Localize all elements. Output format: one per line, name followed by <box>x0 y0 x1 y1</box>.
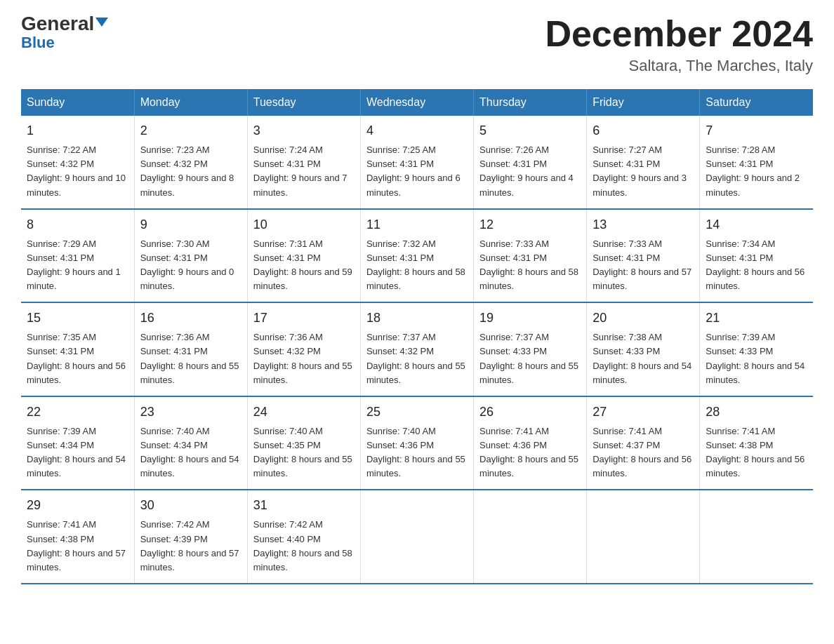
title-area: December 2024 Saltara, The Marches, Ital… <box>545 14 813 75</box>
calendar-cell: 26 Sunrise: 7:41 AMSunset: 4:36 PMDaylig… <box>474 396 587 490</box>
day-number: 7 <box>706 121 807 140</box>
day-of-week-header: Monday <box>134 89 247 116</box>
day-info: Sunrise: 7:42 AMSunset: 4:39 PMDaylight:… <box>140 518 241 575</box>
calendar-cell: 24 Sunrise: 7:40 AMSunset: 4:35 PMDaylig… <box>247 396 360 490</box>
day-info: Sunrise: 7:22 AMSunset: 4:32 PMDaylight:… <box>27 143 128 200</box>
day-of-week-header: Sunday <box>21 89 134 116</box>
calendar-cell: 10 Sunrise: 7:31 AMSunset: 4:31 PMDaylig… <box>247 209 360 303</box>
day-number: 24 <box>253 403 355 422</box>
calendar-week-row: 29 Sunrise: 7:41 AMSunset: 4:38 PMDaylig… <box>21 490 813 584</box>
day-number: 30 <box>140 496 241 515</box>
calendar-cell: 23 Sunrise: 7:40 AMSunset: 4:34 PMDaylig… <box>134 396 247 490</box>
day-number: 16 <box>140 309 241 328</box>
calendar-cell: 18 Sunrise: 7:37 AMSunset: 4:32 PMDaylig… <box>360 302 473 396</box>
day-info: Sunrise: 7:33 AMSunset: 4:31 PMDaylight:… <box>593 237 694 294</box>
calendar-header: SundayMondayTuesdayWednesdayThursdayFrid… <box>21 89 813 116</box>
calendar-cell: 25 Sunrise: 7:40 AMSunset: 4:36 PMDaylig… <box>360 396 473 490</box>
day-of-week-header: Saturday <box>700 89 813 116</box>
logo-blue: Blue <box>21 35 108 51</box>
logo-triangle-icon <box>95 18 108 27</box>
day-info: Sunrise: 7:33 AMSunset: 4:31 PMDaylight:… <box>479 237 581 294</box>
calendar-cell: 20 Sunrise: 7:38 AMSunset: 4:33 PMDaylig… <box>587 302 700 396</box>
logo-name: General <box>21 14 108 34</box>
day-info: Sunrise: 7:37 AMSunset: 4:32 PMDaylight:… <box>366 330 468 387</box>
day-number: 17 <box>253 309 355 328</box>
calendar-cell: 30 Sunrise: 7:42 AMSunset: 4:39 PMDaylig… <box>134 490 247 584</box>
calendar-cell <box>587 490 700 584</box>
day-number: 22 <box>27 403 128 422</box>
calendar-cell: 13 Sunrise: 7:33 AMSunset: 4:31 PMDaylig… <box>587 209 700 303</box>
calendar-cell: 11 Sunrise: 7:32 AMSunset: 4:31 PMDaylig… <box>360 209 473 303</box>
day-of-week-header: Thursday <box>474 89 587 116</box>
calendar-cell: 9 Sunrise: 7:30 AMSunset: 4:31 PMDayligh… <box>134 209 247 303</box>
day-number: 29 <box>27 496 128 515</box>
day-number: 19 <box>479 309 581 328</box>
calendar-body: 1 Sunrise: 7:22 AMSunset: 4:32 PMDayligh… <box>21 116 813 584</box>
day-info: Sunrise: 7:40 AMSunset: 4:35 PMDaylight:… <box>253 424 355 481</box>
day-info: Sunrise: 7:37 AMSunset: 4:33 PMDaylight:… <box>479 330 581 387</box>
calendar-cell: 2 Sunrise: 7:23 AMSunset: 4:32 PMDayligh… <box>134 116 247 209</box>
day-info: Sunrise: 7:28 AMSunset: 4:31 PMDaylight:… <box>706 143 807 200</box>
day-info: Sunrise: 7:32 AMSunset: 4:31 PMDaylight:… <box>366 237 468 294</box>
day-info: Sunrise: 7:29 AMSunset: 4:31 PMDaylight:… <box>27 237 128 294</box>
day-number: 21 <box>706 309 807 328</box>
day-info: Sunrise: 7:26 AMSunset: 4:31 PMDaylight:… <box>479 143 581 200</box>
calendar-cell: 29 Sunrise: 7:41 AMSunset: 4:38 PMDaylig… <box>21 490 134 584</box>
day-info: Sunrise: 7:30 AMSunset: 4:31 PMDaylight:… <box>140 237 241 294</box>
calendar-cell: 15 Sunrise: 7:35 AMSunset: 4:31 PMDaylig… <box>21 302 134 396</box>
calendar-cell: 7 Sunrise: 7:28 AMSunset: 4:31 PMDayligh… <box>700 116 813 209</box>
day-info: Sunrise: 7:25 AMSunset: 4:31 PMDaylight:… <box>366 143 468 200</box>
day-number: 8 <box>27 215 128 234</box>
day-info: Sunrise: 7:40 AMSunset: 4:34 PMDaylight:… <box>140 424 241 481</box>
day-info: Sunrise: 7:40 AMSunset: 4:36 PMDaylight:… <box>366 424 468 481</box>
day-number: 25 <box>366 403 468 422</box>
day-info: Sunrise: 7:27 AMSunset: 4:31 PMDaylight:… <box>593 143 694 200</box>
calendar-week-row: 22 Sunrise: 7:39 AMSunset: 4:34 PMDaylig… <box>21 396 813 490</box>
day-number: 3 <box>253 121 355 140</box>
day-number: 13 <box>593 215 694 234</box>
day-number: 12 <box>479 215 581 234</box>
day-number: 28 <box>706 403 807 422</box>
day-info: Sunrise: 7:41 AMSunset: 4:38 PMDaylight:… <box>27 518 128 575</box>
month-title: December 2024 <box>545 14 813 54</box>
day-number: 20 <box>593 309 694 328</box>
day-of-week-header: Friday <box>587 89 700 116</box>
calendar-cell: 28 Sunrise: 7:41 AMSunset: 4:38 PMDaylig… <box>700 396 813 490</box>
day-info: Sunrise: 7:35 AMSunset: 4:31 PMDaylight:… <box>27 330 128 387</box>
day-number: 10 <box>253 215 355 234</box>
page-header: General Blue December 2024 Saltara, The … <box>21 14 813 75</box>
calendar-cell <box>474 490 587 584</box>
day-number: 26 <box>479 403 581 422</box>
calendar-cell: 4 Sunrise: 7:25 AMSunset: 4:31 PMDayligh… <box>360 116 473 209</box>
day-info: Sunrise: 7:31 AMSunset: 4:31 PMDaylight:… <box>253 237 355 294</box>
day-number: 31 <box>253 496 355 515</box>
day-number: 27 <box>593 403 694 422</box>
day-info: Sunrise: 7:36 AMSunset: 4:32 PMDaylight:… <box>253 330 355 387</box>
day-info: Sunrise: 7:41 AMSunset: 4:38 PMDaylight:… <box>706 424 807 481</box>
calendar-table: SundayMondayTuesdayWednesdayThursdayFrid… <box>21 89 813 584</box>
calendar-cell: 21 Sunrise: 7:39 AMSunset: 4:33 PMDaylig… <box>700 302 813 396</box>
day-info: Sunrise: 7:23 AMSunset: 4:32 PMDaylight:… <box>140 143 241 200</box>
calendar-week-row: 8 Sunrise: 7:29 AMSunset: 4:31 PMDayligh… <box>21 209 813 303</box>
calendar-cell: 27 Sunrise: 7:41 AMSunset: 4:37 PMDaylig… <box>587 396 700 490</box>
day-info: Sunrise: 7:42 AMSunset: 4:40 PMDaylight:… <box>253 518 355 575</box>
day-number: 14 <box>706 215 807 234</box>
day-number: 9 <box>140 215 241 234</box>
calendar-cell: 6 Sunrise: 7:27 AMSunset: 4:31 PMDayligh… <box>587 116 700 209</box>
day-info: Sunrise: 7:34 AMSunset: 4:31 PMDaylight:… <box>706 237 807 294</box>
calendar-cell: 5 Sunrise: 7:26 AMSunset: 4:31 PMDayligh… <box>474 116 587 209</box>
day-number: 15 <box>27 309 128 328</box>
calendar-cell <box>360 490 473 584</box>
day-number: 18 <box>366 309 468 328</box>
calendar-cell: 8 Sunrise: 7:29 AMSunset: 4:31 PMDayligh… <box>21 209 134 303</box>
day-number: 4 <box>366 121 468 140</box>
day-of-week-header: Wednesday <box>360 89 473 116</box>
calendar-cell <box>700 490 813 584</box>
day-number: 11 <box>366 215 468 234</box>
calendar-week-row: 1 Sunrise: 7:22 AMSunset: 4:32 PMDayligh… <box>21 116 813 209</box>
calendar-cell: 1 Sunrise: 7:22 AMSunset: 4:32 PMDayligh… <box>21 116 134 209</box>
calendar-cell: 16 Sunrise: 7:36 AMSunset: 4:31 PMDaylig… <box>134 302 247 396</box>
calendar-cell: 3 Sunrise: 7:24 AMSunset: 4:31 PMDayligh… <box>247 116 360 209</box>
day-number: 5 <box>479 121 581 140</box>
day-info: Sunrise: 7:38 AMSunset: 4:33 PMDaylight:… <box>593 330 694 387</box>
